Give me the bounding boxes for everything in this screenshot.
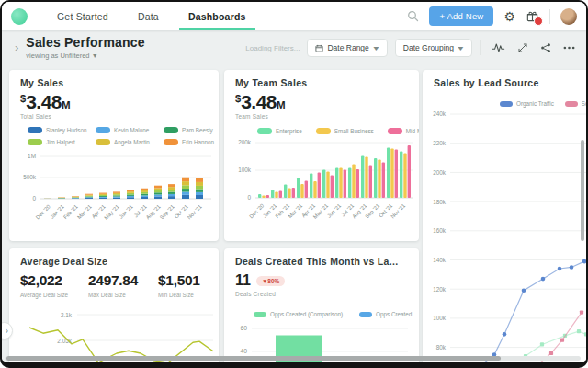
svg-text:Sep '21: Sep '21 [364, 202, 380, 219]
card-my-team-sales: My Team Sales $3.48M Team Sales Enterpri… [224, 70, 419, 241]
header-icon-group [492, 42, 575, 53]
add-new-button[interactable]: + Add New [429, 6, 493, 26]
legend-swatch [96, 139, 110, 145]
card-title: My Team Sales [235, 77, 412, 88]
legend-swatch [28, 139, 42, 145]
grouped-bar-chart[interactable]: 200k100k0Dec '20Jan '21Feb '21Mar '21Apr… [228, 137, 415, 238]
svg-text:2.1k: 2.1k [61, 312, 73, 318]
svg-text:80k: 80k [436, 344, 447, 351]
legend-swatch [359, 312, 372, 317]
fullscreen-icon[interactable] [517, 42, 528, 53]
loading-filters-text: Loading Filters... [245, 44, 300, 52]
svg-text:1M: 1M [28, 153, 36, 159]
legend-item[interactable]: Organic Traffic [500, 100, 554, 107]
legend-row: Organic Traffic Social [500, 100, 588, 107]
horizontal-scrollbar-thumb[interactable] [6, 356, 501, 361]
gift-icon[interactable] [526, 9, 539, 23]
vertical-scrollbar-thumb[interactable] [581, 140, 584, 241]
svg-text:120k: 120k [433, 286, 447, 293]
kpi-row: 11 ▼80% [235, 272, 285, 289]
svg-text:0: 0 [247, 194, 251, 201]
chevron-down-icon: ▼ [371, 45, 380, 52]
line-chart[interactable]: 240k220k200k180k160k140k120k100k80k [423, 107, 588, 366]
legend-swatch [500, 101, 513, 107]
nav-links: Get Started Data Dashboards [42, 2, 261, 30]
value-caption: Total Sales [20, 113, 51, 120]
svg-text:Feb '21: Feb '21 [62, 203, 79, 220]
horizontal-scrollbar-track[interactable] [5, 356, 581, 361]
settings-gear-icon[interactable]: ⚙ [503, 10, 515, 23]
user-avatar[interactable] [560, 8, 577, 25]
svg-text:Dec '20: Dec '20 [248, 202, 265, 219]
app-logo-icon[interactable] [11, 8, 28, 25]
svg-text:0: 0 [32, 195, 36, 201]
value-caption: Team Sales [235, 113, 268, 120]
browser-frame: Get Started Data Dashboards + Add New ⚙ … [0, 0, 588, 368]
date-grouping-button[interactable]: Date Grouping ▼ [395, 39, 472, 57]
more-options-icon[interactable] [563, 42, 575, 53]
stacked-bar-chart[interactable]: 1M500k0Dec '20Jan '21Feb '21Mar '21Apr '… [15, 151, 213, 239]
svg-text:Jun '21: Jun '21 [118, 203, 133, 219]
svg-text:60: 60 [240, 325, 247, 331]
stat-max: 2497.84 Max Deal Size [88, 272, 138, 298]
legend-item[interactable]: Opps Created (Comparison) [254, 311, 343, 317]
svg-text:240k: 240k [433, 110, 447, 117]
svg-text:200k: 200k [433, 169, 447, 176]
legend-item[interactable]: Mid-Market [388, 128, 419, 134]
nav-link-data[interactable]: Data [123, 2, 174, 30]
nav-link-dashboards[interactable]: Dashboards [174, 2, 261, 30]
legend-item[interactable]: Erin Hannon [164, 139, 214, 145]
legend-swatch [96, 127, 110, 133]
legend-swatch [388, 128, 402, 134]
team-sales-value: $3.48M [235, 92, 286, 111]
legend-swatch [316, 128, 331, 134]
nav-divider [549, 9, 550, 24]
legend-item[interactable]: Kevin Malone [96, 127, 154, 133]
legend-row: Enterprise Small Business Mid-Market [257, 128, 419, 134]
svg-text:Mar '21: Mar '21 [76, 203, 93, 220]
stat-row: $2,022 Average Deal Size 2497.84 Max Dea… [20, 272, 211, 298]
chevron-down-icon: ▼ [92, 52, 98, 59]
legend-item[interactable]: Angela Martin [96, 139, 154, 145]
legend-item[interactable]: Opps Created [359, 311, 412, 317]
value-caption: Deals Created [235, 291, 276, 297]
legend-row: Stanley Hudson Kevin Malone Pam Beesly [28, 127, 213, 133]
card-sales-by-lead-source: Sales by Lead Source Organic Traffic Soc… [423, 70, 588, 366]
header-controls: Loading Filters... Date Range ▼ Date Gro… [245, 39, 575, 57]
legend-item[interactable]: Jim Halpert [28, 139, 86, 145]
viewing-as-dropdown[interactable]: viewing as Unfiltered ▼ [26, 52, 144, 60]
chevron-down-icon: ▼ [457, 45, 466, 52]
legend-swatch [257, 128, 272, 134]
svg-text:40: 40 [240, 348, 247, 354]
legend-item[interactable]: Pam Beesly [164, 127, 213, 133]
comparison-bar-chart[interactable]: 6040 [224, 325, 419, 368]
pulse-loop-icon[interactable] [492, 42, 505, 53]
legend-item[interactable]: Small Business [316, 128, 374, 134]
header-divider [480, 40, 481, 55]
svg-text:220k: 220k [433, 140, 447, 146]
date-range-button[interactable]: Date Range ▼ [307, 39, 387, 57]
legend-swatch [164, 139, 178, 145]
deals-created-value: 11 [235, 272, 251, 289]
card-title: Sales by Lead Source [434, 77, 588, 88]
nav-link-get-started[interactable]: Get Started [42, 2, 123, 30]
dashboard-header: › Sales Performance viewing as Unfiltere… [2, 32, 586, 63]
card-deals-created: Deals Created This Month vs La... 11 ▼80… [224, 248, 419, 368]
breadcrumb-chevron-icon[interactable]: › [15, 40, 18, 54]
svg-text:140k: 140k [433, 257, 447, 263]
svg-text:100k: 100k [433, 315, 447, 321]
total-sales-value: $3.48M [20, 92, 71, 111]
legend-item[interactable]: Stanley Hudson [28, 127, 86, 133]
stat-average: $2,022 Average Deal Size [20, 272, 68, 298]
search-icon[interactable] [407, 10, 419, 22]
card-title: My Sales [20, 77, 211, 88]
svg-text:Mar '21: Mar '21 [287, 202, 303, 219]
legend-item[interactable]: Social [565, 100, 588, 107]
share-icon[interactable] [540, 42, 551, 53]
svg-text:Dec '20: Dec '20 [35, 203, 51, 220]
trend-badge: ▼80% [256, 276, 285, 286]
card-title: Deals Created This Month vs La... [235, 256, 412, 267]
svg-text:Nov '21: Nov '21 [187, 203, 203, 220]
legend-item[interactable]: Enterprise [257, 128, 302, 134]
card-title: Average Deal Size [20, 256, 211, 267]
